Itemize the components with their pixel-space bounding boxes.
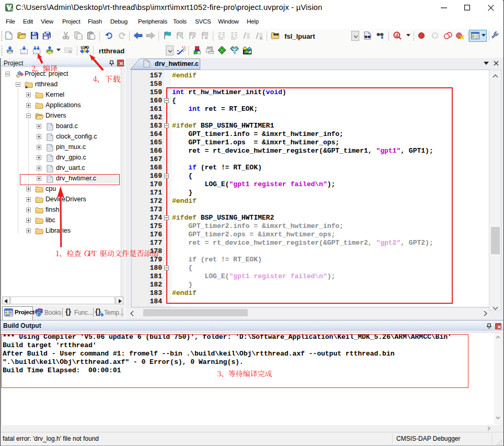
svg-text:?: ? (38, 311, 41, 317)
svg-text:LOAD: LOAD (81, 45, 89, 50)
svg-text:d: d (395, 32, 398, 38)
